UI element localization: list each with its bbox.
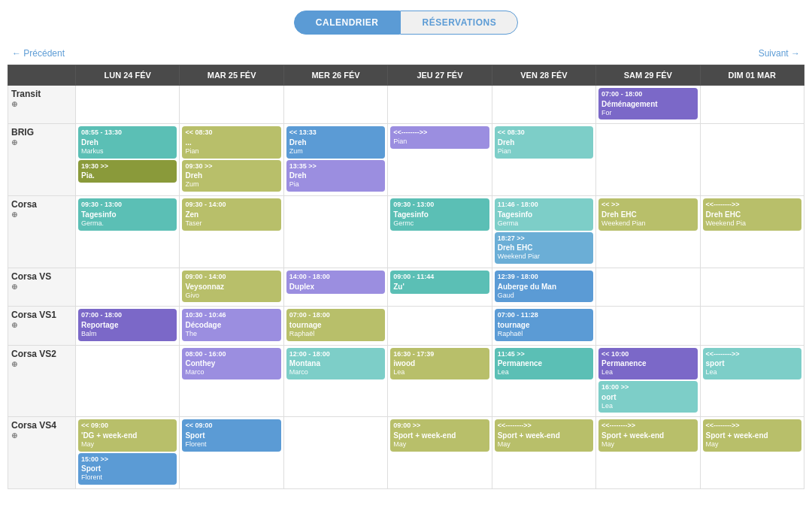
event-subtitle: Germa. xyxy=(81,219,174,228)
event-subtitle: Raphaël xyxy=(498,330,590,339)
header-jeu27: JEU 27 FÉV xyxy=(388,65,492,86)
event-title: iwood xyxy=(393,358,486,368)
event[interactable]: 14:00 - 18:00Duplex xyxy=(286,271,385,294)
row-icon: ⊕ xyxy=(11,360,17,368)
cell-corsa-vs-dim01 xyxy=(700,268,804,306)
cell-transit-mer26 xyxy=(283,86,387,124)
event-subtitle: Lea xyxy=(498,368,590,377)
event[interactable]: <<-------->>Pian xyxy=(390,126,489,148)
event[interactable]: 07:00 - 18:00tournageRaphaël xyxy=(286,309,385,340)
event[interactable]: 13:35 >>DrehPia xyxy=(286,160,385,192)
cell-corsa-vs4-dim01: <<-------->>Sport + week-endMay xyxy=(700,417,804,489)
tab-reservations[interactable]: RÉSERVATIONS xyxy=(400,11,518,35)
event[interactable]: <<-------->>Dreh EHCWeekend Pia xyxy=(703,198,801,230)
cell-transit-mar25 xyxy=(180,86,283,124)
event-title: Dreh xyxy=(498,138,590,147)
event[interactable]: <<-------->>Sport + week-endMay xyxy=(703,419,801,451)
event-time: 16:00 >> xyxy=(601,383,694,392)
row-label-text: Corsa VS4 xyxy=(11,420,56,431)
cell-corsa-vs2-mer26: 12:00 - 18:00MontanaMarco xyxy=(283,345,387,417)
cell-transit-ven28 xyxy=(492,86,595,124)
event-subtitle: Lea xyxy=(601,402,694,411)
event-title: 'DG + week-end xyxy=(81,431,174,440)
event[interactable]: << 09:00SportFlorent xyxy=(182,419,280,451)
event[interactable]: 09:30 - 13:00TagesinfoGermc xyxy=(390,198,489,230)
event[interactable]: <<-------->>sportLea xyxy=(703,348,801,379)
event[interactable]: 19:30 >>Pia. xyxy=(78,160,177,183)
cell-brig-ven28: << 08:30DrehPian xyxy=(492,124,595,196)
event[interactable]: 09:00 >>Sport + week-endMay xyxy=(390,419,489,451)
event-time: 09:30 >> xyxy=(185,162,277,171)
event[interactable]: 11:45 >>PermanenceLea xyxy=(495,348,593,379)
event[interactable]: 09:00 - 11:44Zu' xyxy=(390,271,489,294)
event-subtitle: Zum xyxy=(185,180,277,189)
event[interactable]: 07:00 - 18:00DéménagementFor xyxy=(598,88,697,119)
event[interactable]: 07:00 - 18:00ReportageBalm xyxy=(78,309,177,340)
event[interactable]: << 08:30DrehPian xyxy=(495,126,593,158)
event-time: 19:30 >> xyxy=(81,162,174,171)
event[interactable]: <<-------->>Sport + week-endMay xyxy=(495,419,593,451)
event[interactable]: 16:00 >>oortLea xyxy=(598,381,697,413)
event-time: 14:00 - 18:00 xyxy=(289,273,382,282)
event-title: Conthey xyxy=(185,358,277,368)
cell-corsa-vs-jeu27: 09:00 - 11:44Zu' xyxy=(388,268,492,306)
event[interactable]: 08:00 - 16:00ContheyMarco xyxy=(182,348,280,379)
event[interactable]: 16:30 - 17:39iwoodLea xyxy=(390,348,489,379)
event-title: Zu' xyxy=(393,282,486,292)
event-title: Tagesinfo xyxy=(393,210,486,219)
event[interactable]: << 13:33DrehZum xyxy=(286,126,385,158)
event-subtitle: Germa xyxy=(498,219,590,228)
next-link[interactable]: Suivant → xyxy=(759,48,800,59)
event-time: <<-------->> xyxy=(393,129,486,138)
event[interactable]: 11:46 - 18:00TagesinfoGerma xyxy=(495,198,593,230)
event-subtitle: Lea xyxy=(706,368,798,377)
cell-corsa-dim01: <<-------->>Dreh EHCWeekend Pia xyxy=(700,196,804,268)
event[interactable]: 15:00 >>SportFlorent xyxy=(78,453,177,485)
event[interactable]: 09:30 >>DrehZum xyxy=(182,160,280,192)
event-subtitle: The xyxy=(185,330,277,339)
event-time: 09:00 - 14:00 xyxy=(185,273,277,282)
cell-corsa-vs2-dim01: <<-------->>sportLea xyxy=(700,345,804,417)
cell-corsa-vs-sam29 xyxy=(596,268,700,306)
event[interactable]: 18:27 >>Dreh EHCWeekend Piar xyxy=(495,232,593,264)
event[interactable]: 07:00 - 11:28tournageRaphaël xyxy=(495,309,593,340)
table-row: BRIG⊕08:55 - 13:30DrehMarkus19:30 >>Pia.… xyxy=(8,124,804,196)
prev-link[interactable]: ← Précédent xyxy=(12,48,65,59)
event[interactable]: 12:00 - 18:00MontanaMarco xyxy=(286,348,385,379)
calendar-table: LUN 24 FÉV MAR 25 FÉV MER 26 FÉV JEU 27 … xyxy=(8,65,804,489)
event-time: 09:00 >> xyxy=(393,422,486,431)
event[interactable]: <<-------->>Sport + week-endMay xyxy=(598,419,697,451)
event-title: Duplex xyxy=(289,282,382,292)
event[interactable]: << 09:00'DG + week-endMay xyxy=(78,419,177,451)
table-row: Corsa VS1⊕07:00 - 18:00ReportageBalm10:3… xyxy=(8,307,804,345)
cell-corsa-vs1-dim01 xyxy=(700,307,804,345)
event-subtitle: Pian xyxy=(498,147,590,156)
cell-corsa-vs1-mer26: 07:00 - 18:00tournageRaphaël xyxy=(283,307,387,345)
table-row: Corsa⊕09:30 - 13:00TagesinfoGerma.09:30 … xyxy=(8,196,804,268)
event[interactable]: 09:30 - 14:00ZenTaser xyxy=(182,198,280,230)
event[interactable]: << >>Dreh EHCWeekend Pian xyxy=(598,198,697,230)
event-time: << 10:00 xyxy=(601,350,694,359)
event-title: Auberge du Man xyxy=(498,282,590,292)
cell-corsa-vs-mar25: 09:00 - 14:00VeysonnazGivo xyxy=(180,268,283,306)
event-time: <<-------->> xyxy=(706,350,798,359)
event[interactable]: 09:00 - 14:00VeysonnazGivo xyxy=(182,271,280,302)
event[interactable]: 08:55 - 13:30DrehMarkus xyxy=(78,126,177,158)
table-row: Corsa VS4⊕<< 09:00'DG + week-endMay15:00… xyxy=(8,417,804,489)
event-title: Sport xyxy=(185,431,277,440)
tab-calendrier[interactable]: CALENDRIER xyxy=(294,11,401,35)
event-time: 08:00 - 16:00 xyxy=(185,350,277,359)
row-icon: ⊕ xyxy=(11,100,17,108)
table-row: Corsa VS2⊕08:00 - 16:00ContheyMarco12:00… xyxy=(8,345,804,417)
event-title: Sport xyxy=(81,464,174,473)
event[interactable]: 10:30 - 10:46DécodageThe xyxy=(182,309,280,340)
event-title: ... xyxy=(185,138,277,147)
event-title: sport xyxy=(706,358,798,368)
event-title: Sport + week-end xyxy=(601,431,694,440)
event-subtitle: Weekend Pia xyxy=(706,219,798,228)
event[interactable]: 12:39 - 18:00Auberge du ManGaud xyxy=(495,271,593,302)
event[interactable]: 09:30 - 13:00TagesinfoGerma. xyxy=(78,198,177,230)
event[interactable]: << 10:00PermanenceLea xyxy=(598,348,697,379)
cell-corsa-vs2-ven28: 11:45 >>PermanenceLea xyxy=(492,345,595,417)
event[interactable]: << 08:30...Pian xyxy=(182,126,280,158)
